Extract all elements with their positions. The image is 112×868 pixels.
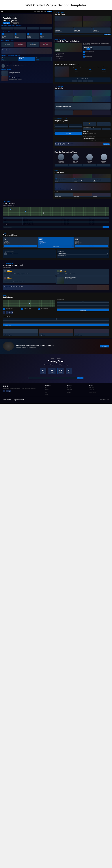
countdown-row: 12 Days 08 Hours 45 Mins 30 Secs <box>4 368 108 374</box>
step-1: 1 Choose your system <box>83 51 111 53</box>
service-detail-desc: Our Professional Fitters Can Install any… <box>83 43 111 45</box>
service-icon-3 <box>28 33 29 35</box>
team-member-3: Chris Brown Sales Mgr <box>83 154 97 163</box>
nav-cta-btn[interactable]: Contact <box>47 11 51 12</box>
contact-subject[interactable] <box>57 303 109 305</box>
contact-address: 123 Audio Street,London, UK <box>3 308 20 311</box>
footer-facebook[interactable]: f <box>3 390 5 392</box>
search-btn[interactable]: Search <box>103 226 109 228</box>
service-check-list: ✓Professional fitting ✓All vehicle types… <box>54 53 82 59</box>
reply-comment[interactable] <box>3 320 109 323</box>
testimonials-section: Testimonials They Trust On Our Brand Rec… <box>0 261 112 292</box>
work-4 <box>54 96 73 102</box>
loc-row-3: Birmingham 789 Park Ave, Birmingham +44 … <box>3 223 109 225</box>
stat-3: 100% Satisfied <box>98 69 111 72</box>
services-mini-row: Car AudioInstall SoundDeadening SpeakerU… <box>1 33 51 39</box>
message-textarea[interactable] <box>54 129 82 132</box>
service-text-2: SoundDeadening <box>15 36 26 38</box>
plan-basic: Basic £99 • Entry Audio • Basic Speaker … <box>3 237 38 248</box>
instagram-icon[interactable]: in <box>8 311 11 314</box>
contact-submit-btn[interactable]: Send Message <box>57 309 109 311</box>
blog-articles-grid: Audio Best Car Speakers 2024 Jan 2024 Ti… <box>54 174 111 182</box>
phone-input[interactable] <box>54 126 68 128</box>
contact-subject-row <box>57 303 109 305</box>
hero-btn-quote[interactable]: Get A Quote <box>3 22 10 24</box>
banner-btn[interactable]: Get Quote <box>103 144 110 145</box>
pricing-title: Pricing and Plans <box>3 234 109 236</box>
page-wrapper: Well Crafted Page & Section Templates CA… <box>0 0 112 404</box>
facebook-icon[interactable]: f <box>3 311 5 314</box>
plan-premium: Premium £399 • Pro Audio • Hi-End Speake… <box>74 237 109 248</box>
service-card-2: SoundDeadening <box>14 33 26 39</box>
plan-premium-btn[interactable]: Choose Plan <box>75 245 108 247</box>
submit-quote-btn[interactable]: Get A Quote <box>54 132 82 135</box>
contact-message[interactable] <box>57 305 109 309</box>
check-3: ✓Premium brands <box>54 56 82 57</box>
vehicle-input[interactable] <box>69 126 82 128</box>
plan-standard: Standard £199 • Mid Audio • Premium Spea… <box>38 237 73 248</box>
plan-basic-btn[interactable]: Choose Plan <box>4 245 37 247</box>
service-detail-title: In-Depth Car Audio Installations <box>54 40 111 42</box>
reply-form[interactable]: Post Comment <box>3 318 109 326</box>
plan-standard-btn[interactable]: Choose Plan <box>39 245 73 247</box>
stats-row: 500+ Clients 10+ Years 100% Satisfied <box>70 69 111 72</box>
footer-twitter[interactable]: t <box>6 390 8 392</box>
col-hours: Hours <box>89 217 109 219</box>
work-5 <box>73 96 92 102</box>
about-tag: About Us <box>54 62 111 64</box>
row-1: CADIO Home Services About Blog Contact S… <box>0 10 112 199</box>
quote-form[interactable]: Get A Quote <box>54 124 82 135</box>
footer-logo: CADIO <box>3 385 43 387</box>
team-member-4: Dave Smith Technician <box>97 154 111 163</box>
our-team-section: Our Team Meet Our Professional Team Jame… <box>53 148 112 168</box>
pricing-faq-2: Payment options? + <box>58 255 108 257</box>
sound-packages-label: Sound System Packages <box>1 55 51 56</box>
testimonials-tag: Testimonials <box>3 263 109 264</box>
service-card-1: Car AudioInstall <box>1 33 13 39</box>
col-location: Location <box>3 217 23 219</box>
hero-btn-services[interactable]: Our Services <box>11 22 18 24</box>
quote-tag: Request a Quote <box>54 118 111 119</box>
countdown-hours: 08 Hours <box>48 368 55 374</box>
learn-more-btn[interactable]: Learn More <box>104 34 111 35</box>
contact-section: Contact Get in Touch 123 Audio Street,Lo… <box>0 292 112 338</box>
our-services-title: Our Services <box>54 13 111 15</box>
check-1: ✓Professional fitting <box>54 53 82 54</box>
blog-section: Blog Latest News Audio Best Car Speakers… <box>53 168 112 199</box>
contact-email[interactable] <box>83 301 109 303</box>
contact-name[interactable] <box>57 301 83 303</box>
reply-submit-btn[interactable]: Post Comment <box>3 324 109 326</box>
contact-form[interactable]: Send Message <box>57 301 109 311</box>
copyright: © 2024 Cadio. All Rights Reserved. <box>3 399 24 400</box>
pricing-cards-row: Basic £99 • Entry Audio • Basic Speaker … <box>3 237 109 248</box>
footer-terms[interactable]: Terms <box>107 399 109 400</box>
coming-soon-sub: We're working on something amazing <box>4 364 108 366</box>
footer-privacy[interactable]: Privacy Policy <box>100 399 105 400</box>
nav-items: Home Services About Blog Contact <box>33 11 51 12</box>
nav-about: About <box>41 11 43 12</box>
upgrade-banner: Upgrade Your Vehicle's Sound for the Bes… <box>0 339 112 354</box>
blog-tag: Blog <box>54 170 111 171</box>
our-works-section: Our Works Our Works Featured Installatio… <box>53 84 112 117</box>
locations-sub: Find A Location Near You <box>3 205 109 206</box>
faq-1: How long does install take? + <box>83 133 111 135</box>
email-input[interactable] <box>69 124 82 126</box>
name-input[interactable] <box>54 124 68 126</box>
locations-title: Store Locations <box>3 203 109 204</box>
youtube-icon[interactable]: yt <box>11 311 13 314</box>
upgrade-cta-btn[interactable]: Get Started <box>100 345 109 347</box>
reply-email[interactable] <box>57 318 109 320</box>
service-detail-section: Service Detail In-Depth Car Audio Instal… <box>53 37 112 61</box>
notify-email-input[interactable] <box>29 377 76 379</box>
contact-map <box>3 300 55 307</box>
col-address: Address <box>23 217 61 219</box>
about-desc: We are passionate about providing the be… <box>70 66 111 68</box>
leave-reply: Leave a Reply Post Comment <box>3 315 109 326</box>
coming-soon-section: Coming Soon Coming Soon We're working on… <box>0 354 112 383</box>
map-display <box>3 207 109 216</box>
footer-instagram[interactable]: ig <box>8 390 11 392</box>
work-6 <box>92 96 111 102</box>
reply-name[interactable] <box>3 318 56 320</box>
notify-btn[interactable]: Notify Me <box>77 377 83 379</box>
twitter-icon[interactable]: t <box>6 311 8 314</box>
